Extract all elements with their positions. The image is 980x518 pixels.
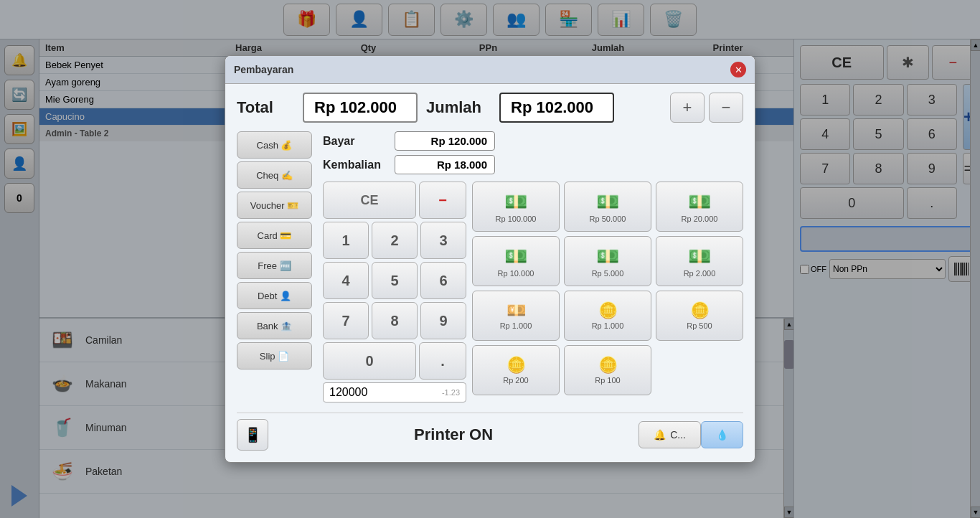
currency-empty-cell bbox=[656, 345, 743, 395]
modal-btn-6[interactable]: 6 bbox=[420, 262, 466, 299]
printer-status-label: Printer ON bbox=[268, 425, 639, 444]
jumlah-minus-button[interactable]: − bbox=[709, 93, 743, 123]
modal-input-suffix: -1.23 bbox=[442, 388, 460, 397]
currency-icon-200: 🪙 bbox=[507, 356, 526, 375]
pay-method-free[interactable]: Free 🆓 bbox=[237, 252, 312, 279]
jumlah-amount: Rp 102.000 bbox=[499, 93, 614, 123]
currency-label-500: Rp 500 bbox=[687, 321, 712, 330]
currency-btn-50k[interactable]: 💵 Rp 50.000 bbox=[564, 182, 651, 232]
bayar-value: Rp 120.000 bbox=[395, 131, 495, 151]
currency-label-50k: Rp 50.000 bbox=[590, 215, 626, 223]
modal-btn-9[interactable]: 9 bbox=[420, 302, 466, 339]
keypad-currency-area: CE − 1 2 3 4 5 6 bbox=[323, 182, 743, 407]
currency-btn-20k[interactable]: 💵 Rp 20.000 bbox=[656, 182, 743, 232]
currency-icon-1k-note: 💴 bbox=[507, 301, 526, 320]
modal-minus-button[interactable]: − bbox=[419, 182, 466, 219]
currency-label-200: Rp 200 bbox=[503, 376, 528, 385]
currency-btn-100[interactable]: 🪙 Rp 100 bbox=[564, 345, 651, 395]
pay-method-debt[interactable]: Debt 👤 bbox=[237, 282, 312, 309]
modal-btn-dot[interactable]: . bbox=[419, 342, 466, 380]
modal-ce-button[interactable]: CE bbox=[323, 182, 416, 219]
currency-icon-5k: 💵 bbox=[596, 245, 619, 268]
pay-method-voucher[interactable]: Voucher 🎫 bbox=[237, 192, 312, 219]
pay-method-bank[interactable]: Bank 🏦 bbox=[237, 312, 312, 339]
modal-row-123: 1 2 3 bbox=[323, 222, 466, 259]
cancel-button[interactable]: 🔔 C... bbox=[639, 421, 701, 448]
currency-icon-100k: 💵 bbox=[504, 191, 527, 213]
modal-btn-4[interactable]: 4 bbox=[323, 262, 369, 299]
bayar-kembalian-area: Bayar Rp 120.000 Kembalian Rp 18.000 bbox=[323, 131, 743, 174]
modal-btn-8[interactable]: 8 bbox=[372, 302, 418, 339]
currency-icon-500: 🪙 bbox=[690, 301, 710, 320]
jumlah-label: Jumlah bbox=[426, 98, 491, 117]
modal-title-bar: Pembayaran ✕ bbox=[225, 56, 755, 84]
printer-toggle-button[interactable]: 📱 bbox=[237, 419, 268, 451]
kembalian-label: Kembalian bbox=[323, 159, 395, 171]
payment-methods-column: Cash 💰 Cheq ✍️ Voucher 🎫 Card 💳 Free 🆓 D… bbox=[237, 131, 316, 407]
currency-label-1k-coin: Rp 1.000 bbox=[592, 321, 624, 330]
currency-btn-200[interactable]: 🪙 Rp 200 bbox=[472, 345, 560, 395]
currency-label-5k: Rp 5.000 bbox=[592, 269, 624, 278]
modal-row-456: 4 5 6 bbox=[323, 262, 466, 299]
modal-ce-row: CE − bbox=[323, 182, 466, 219]
plus-minus-row: + − bbox=[670, 93, 743, 123]
currency-icon-100: 🪙 bbox=[598, 356, 618, 375]
pay-method-slip[interactable]: Slip 📄 bbox=[237, 342, 312, 369]
currency-icon-10k: 💵 bbox=[504, 245, 527, 268]
currency-grid: 💵 Rp 100.000 💵 Rp 50.000 💵 Rp 20.000 bbox=[472, 182, 743, 395]
currency-label-1k-note: Rp 1.000 bbox=[500, 321, 532, 330]
jumlah-plus-button[interactable]: + bbox=[670, 93, 705, 123]
currency-btn-2k[interactable]: 💵 Rp 2.000 bbox=[656, 236, 743, 286]
modal-btn-5[interactable]: 5 bbox=[372, 262, 418, 299]
modal-input-display: 120000 -1.23 bbox=[323, 382, 466, 402]
currency-btn-1k-coin[interactable]: 🪙 Rp 1.000 bbox=[564, 291, 651, 341]
currency-btn-100k[interactable]: 💵 Rp 100.000 bbox=[472, 182, 560, 232]
currency-icon-20k: 💵 bbox=[688, 191, 711, 213]
currency-label-10k: Rp 10.000 bbox=[498, 269, 534, 278]
modal-btn-7[interactable]: 7 bbox=[323, 302, 369, 339]
total-label: Total bbox=[237, 98, 294, 117]
modal-main-content: Cash 💰 Cheq ✍️ Voucher 🎫 Card 💳 Free 🆓 D… bbox=[237, 131, 743, 407]
modal-btn-0[interactable]: 0 bbox=[323, 342, 416, 380]
modal-btn-1[interactable]: 1 bbox=[323, 222, 369, 259]
pay-method-cheq[interactable]: Cheq ✍️ bbox=[237, 161, 312, 189]
currency-btn-10k[interactable]: 💵 Rp 10.000 bbox=[472, 236, 560, 286]
modal-row-789: 7 8 9 bbox=[323, 302, 466, 339]
modal-input-value: 120000 bbox=[329, 386, 367, 399]
modal-close-button[interactable]: ✕ bbox=[730, 62, 746, 77]
currency-btn-500[interactable]: 🪙 Rp 500 bbox=[656, 291, 743, 341]
modal-keypad: CE − 1 2 3 4 5 6 bbox=[323, 182, 466, 407]
bayar-row: Bayar Rp 120.000 bbox=[323, 131, 743, 151]
currency-grid-area: 💵 Rp 100.000 💵 Rp 50.000 💵 Rp 20.000 bbox=[472, 182, 743, 407]
modal-btn-2[interactable]: 2 bbox=[372, 222, 418, 259]
currency-label-100: Rp 100 bbox=[595, 376, 620, 385]
kembalian-row: Kembalian Rp 18.000 bbox=[323, 155, 743, 174]
modal-row-0dot: 0 . bbox=[323, 342, 466, 380]
total-row: Total Rp 102.000 Jumlah Rp 102.000 + − bbox=[237, 93, 743, 123]
total-amount: Rp 102.000 bbox=[303, 93, 418, 123]
payment-modal: Pembayaran ✕ Total Rp 102.000 Jumlah Rp … bbox=[225, 55, 755, 463]
currency-label-20k: Rp 20.000 bbox=[682, 215, 718, 223]
modal-footer: 📱 Printer ON 🔔 C... 💧 bbox=[237, 413, 743, 451]
modal-title: Pembayaran bbox=[234, 64, 293, 75]
kembalian-value: Rp 18.000 bbox=[395, 155, 495, 174]
pay-method-card[interactable]: Card 💳 bbox=[237, 222, 312, 249]
modal-right-area: Bayar Rp 120.000 Kembalian Rp 18.000 CE bbox=[323, 131, 743, 407]
currency-icon-1k-coin: 🪙 bbox=[598, 301, 618, 320]
modal-overlay: Pembayaran ✕ Total Rp 102.000 Jumlah Rp … bbox=[0, 0, 980, 518]
bell-icon: 🔔 bbox=[654, 429, 666, 441]
currency-btn-5k[interactable]: 💵 Rp 5.000 bbox=[564, 236, 651, 286]
currency-label-2k: Rp 2.000 bbox=[684, 269, 716, 278]
currency-label-100k: Rp 100.000 bbox=[496, 215, 537, 223]
currency-icon-2k: 💵 bbox=[688, 245, 711, 268]
pay-method-cash[interactable]: Cash 💰 bbox=[237, 131, 312, 159]
currency-btn-1k-note[interactable]: 💴 Rp 1.000 bbox=[472, 291, 560, 341]
modal-btn-3[interactable]: 3 bbox=[420, 222, 466, 259]
process-button[interactable]: 💧 bbox=[701, 421, 743, 448]
bayar-label: Bayar bbox=[323, 135, 395, 148]
cancel-label: C... bbox=[670, 429, 686, 441]
currency-icon-50k: 💵 bbox=[596, 191, 619, 213]
process-icon: 💧 bbox=[716, 429, 728, 441]
